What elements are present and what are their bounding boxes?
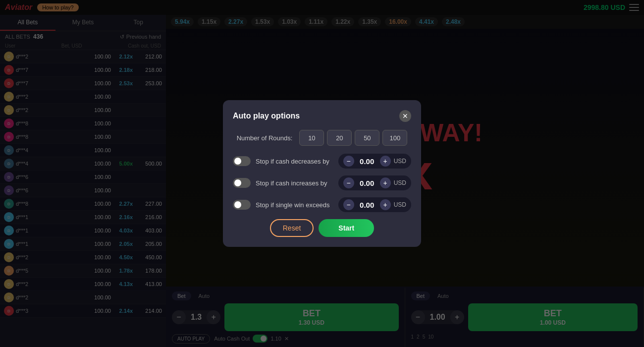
- modal-title: Auto play options: [233, 112, 300, 120]
- option-decrement-3[interactable]: −: [343, 199, 354, 210]
- option-toggle-2[interactable]: [233, 178, 251, 188]
- reset-button[interactable]: Reset: [270, 219, 314, 237]
- rounds-label: Number of Rounds:: [237, 134, 293, 142]
- option-right-2: − 0.00 + USD: [338, 175, 411, 190]
- auto-play-modal: Auto play options ✕ Number of Rounds: 10…: [223, 100, 421, 247]
- rounds-btn-10[interactable]: 10: [299, 130, 324, 146]
- option-right-3: − 0.00 + USD: [338, 197, 411, 212]
- option-left-2: Stop if cash increases by: [233, 178, 327, 188]
- option-left-3: Stop if single win exceeds: [233, 200, 330, 210]
- rounds-btn-100[interactable]: 100: [382, 130, 407, 146]
- modal-header: Auto play options ✕: [233, 110, 411, 122]
- option-increment-2[interactable]: +: [380, 177, 391, 188]
- option-toggle-1[interactable]: [233, 156, 251, 166]
- option-value-3: 0.00: [357, 201, 377, 209]
- option-decrement-2[interactable]: −: [343, 177, 354, 188]
- option-value-1: 0.00: [357, 157, 377, 166]
- modal-close-button[interactable]: ✕: [399, 110, 411, 122]
- modal-footer: Reset Start: [233, 219, 411, 237]
- option-decrement-1[interactable]: −: [343, 156, 354, 167]
- option-row-3: Stop if single win exceeds − 0.00 + USD: [233, 197, 411, 212]
- option-label-3: Stop if single win exceeds: [256, 201, 330, 209]
- rounds-btn-50[interactable]: 50: [355, 130, 379, 146]
- option-row-1: Stop if cash decreases by − 0.00 + USD: [233, 154, 411, 169]
- rounds-row: Number of Rounds: 10 20 50 100: [233, 130, 411, 146]
- option-label-1: Stop if cash decreases by: [256, 158, 329, 165]
- option-value-2: 0.00: [357, 179, 377, 187]
- option-increment-3[interactable]: +: [380, 199, 391, 210]
- option-label-2: Stop if cash increases by: [256, 179, 327, 187]
- start-button[interactable]: Start: [319, 219, 374, 237]
- option-left-1: Stop if cash decreases by: [233, 156, 329, 166]
- option-currency-1: USD: [394, 158, 406, 165]
- modal-overlay: Auto play options ✕ Number of Rounds: 10…: [0, 0, 644, 347]
- option-right-1: − 0.00 + USD: [338, 154, 411, 169]
- option-currency-2: USD: [394, 179, 406, 186]
- option-toggle-3[interactable]: [233, 200, 251, 210]
- option-row-2: Stop if cash increases by − 0.00 + USD: [233, 175, 411, 190]
- option-increment-1[interactable]: +: [380, 156, 391, 167]
- option-currency-3: USD: [394, 201, 406, 208]
- rounds-btn-20[interactable]: 20: [327, 130, 352, 146]
